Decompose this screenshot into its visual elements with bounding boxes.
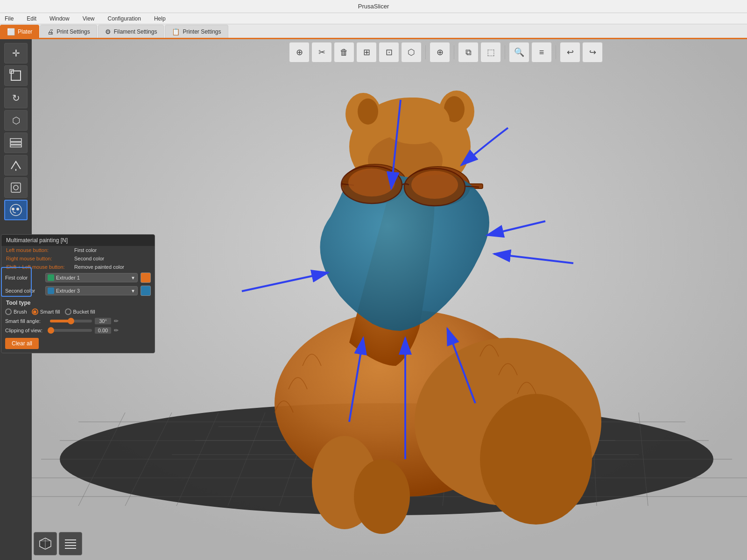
first-extruder-name: Extruder 1 <box>56 275 80 280</box>
second-extruder-select[interactable]: Extruder 3 ▼ <box>45 286 138 295</box>
toolbar-deleteall[interactable]: 🗑 <box>334 42 354 63</box>
smart-fill-angle-row: Smart fill angle: 30° ✏ <box>1 316 155 326</box>
first-color-swatch[interactable] <box>141 273 151 283</box>
clipping-edit[interactable]: ✏ <box>114 327 119 334</box>
radio-brush[interactable]: Brush <box>5 308 27 315</box>
binding-right-mouse: Right mouse button: Second color <box>1 254 155 263</box>
tool-supports[interactable] <box>4 155 28 175</box>
second-color-swatch[interactable] <box>141 286 151 296</box>
bottom-tools <box>34 532 82 555</box>
clipping-slider[interactable] <box>50 329 92 332</box>
toolbar-sep4 <box>556 45 556 59</box>
tab-printer[interactable]: 📋 Printer Settings <box>165 25 228 38</box>
svg-point-39 <box>358 98 378 125</box>
radio-brush-label: Brush <box>14 309 27 315</box>
tool-seam[interactable] <box>4 177 28 198</box>
toolbar: ⊕ ✂ 🗑 ⊞ ⊡ ⬡ ⊕ ⧉ ⬚ 🔍 ≡ ↩ ↪ <box>145 39 747 65</box>
shift-left-label: Shift + Left mouse button: <box>6 264 71 270</box>
first-color-label: First color <box>5 275 42 280</box>
smart-fill-angle-slider[interactable] <box>50 320 92 322</box>
toolbar-split[interactable]: ⧉ <box>458 42 479 63</box>
menu-window[interactable]: Window <box>47 14 72 23</box>
toolbar-select[interactable]: ✂ <box>311 42 332 63</box>
tool-type-options: Brush Smart fill Bucket fill <box>1 307 155 316</box>
first-color-dot <box>48 274 54 281</box>
second-color-row: Second color Extruder 3 ▼ <box>1 284 155 297</box>
toolbar-sep1 <box>425 45 426 59</box>
radio-smart-fill-label: Smart fill <box>40 309 60 315</box>
tab-plater[interactable]: ⬜ Plater <box>0 25 39 38</box>
clipping-thumb <box>48 327 54 334</box>
svg-rect-0 <box>11 71 21 80</box>
radio-bucket-fill[interactable]: Bucket fill <box>65 308 95 315</box>
toolbar-undo[interactable]: ↩ <box>560 42 580 63</box>
binding-shift-left: Shift + Left mouse button: Remove painte… <box>1 263 155 271</box>
menu-edit[interactable]: Edit <box>24 14 39 23</box>
paint-panel-title: Multimaterial painting [N] <box>1 235 155 246</box>
toolbar-layers[interactable]: ≡ <box>531 42 552 63</box>
radio-smart-fill-circle <box>32 308 38 315</box>
left-mouse-value: First color <box>74 247 97 253</box>
radio-smart-fill[interactable]: Smart fill <box>32 308 60 315</box>
first-extruder-arrow: ▼ <box>131 275 135 280</box>
left-mouse-label: Left mouse button: <box>6 247 71 253</box>
toolbar-center[interactable]: ⊕ <box>430 42 450 63</box>
svg-point-7 <box>14 185 18 190</box>
right-mouse-label: Right mouse button: <box>6 256 71 261</box>
second-color-dot <box>48 287 54 294</box>
tab-printer-label: Printer Settings <box>183 28 221 35</box>
svg-point-8 <box>10 204 21 216</box>
menu-file[interactable]: File <box>2 14 16 23</box>
bottom-layers-view[interactable] <box>59 532 82 555</box>
svg-rect-6 <box>11 183 21 192</box>
bottom-3d-view[interactable] <box>34 532 57 555</box>
smart-fill-angle-value: 30° <box>95 318 111 324</box>
shift-left-value: Remove painted color <box>74 264 124 270</box>
tool-rotate[interactable]: ↻ <box>4 88 28 108</box>
tool-paint[interactable] <box>4 200 28 220</box>
tab-print[interactable]: 🖨 Print Settings <box>40 25 97 38</box>
radio-brush-circle <box>5 308 12 315</box>
clipping-row: Clipping of view: 0.00 ✏ <box>1 326 155 335</box>
app-title: PrusaSlicer <box>358 3 389 10</box>
toolbar-add[interactable]: ⊕ <box>289 42 310 63</box>
tool-move[interactable]: ✛ <box>4 43 28 63</box>
toolbar-redo[interactable]: ↪ <box>582 42 603 63</box>
toolbar-cut[interactable]: ⬚ <box>480 42 501 63</box>
binding-left-mouse: Left mouse button: First color <box>1 246 155 254</box>
tab-filament[interactable]: ⚙ Filament Settings <box>98 25 164 38</box>
svg-rect-4 <box>10 145 21 147</box>
tab-print-label: Print Settings <box>56 28 90 35</box>
toolbar-search[interactable]: 🔍 <box>509 42 529 63</box>
clipping-value: 0.00 <box>95 327 111 334</box>
tool-mirror[interactable]: ⬡ <box>4 110 28 131</box>
svg-point-55 <box>348 168 395 196</box>
svg-point-58 <box>354 459 410 534</box>
menu-configuration[interactable]: Configuration <box>105 14 144 23</box>
toolbar-copy[interactable]: ⊡ <box>379 42 399 63</box>
radio-bucket-fill-circle <box>65 308 71 315</box>
smart-fill-angle-edit[interactable]: ✏ <box>114 318 119 324</box>
clipping-label: Clipping of view: <box>5 328 47 333</box>
toolbar-arrange[interactable]: ⊞ <box>356 42 377 63</box>
toolbar-paste[interactable]: ⬡ <box>401 42 422 63</box>
smart-fill-angle-label: Smart fill angle: <box>5 318 47 324</box>
radio-bucket-fill-label: Bucket fill <box>73 309 95 315</box>
first-extruder-select[interactable]: Extruder 1 ▼ <box>45 273 138 282</box>
svg-rect-2 <box>10 139 21 141</box>
svg-rect-3 <box>10 142 21 144</box>
menu-help[interactable]: Help <box>151 14 169 23</box>
tabbar: ⬜ Plater 🖨 Print Settings ⚙ Filament Set… <box>0 24 747 39</box>
smart-fill-angle-thumb <box>68 318 74 324</box>
tool-scale[interactable] <box>4 65 28 86</box>
menu-view[interactable]: View <box>80 14 98 23</box>
tool-layers[interactable] <box>4 133 28 153</box>
first-color-row: First color Extruder 1 ▼ <box>1 271 155 284</box>
clear-all-button[interactable]: Clear all <box>5 338 39 349</box>
plater-icon: ⬜ <box>7 28 15 35</box>
tab-plater-label: Plater <box>18 28 32 35</box>
paint-panel: Multimaterial painting [N] Left mouse bu… <box>1 234 155 353</box>
menubar: File Edit Window View Configuration Help <box>0 13 747 24</box>
toolbar-sep2 <box>454 45 454 59</box>
filament-icon: ⚙ <box>105 28 111 35</box>
